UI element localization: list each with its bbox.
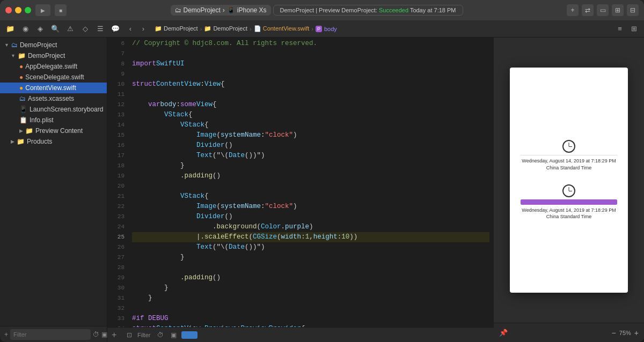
code-line-10: struct ContentView : View { [132, 79, 489, 90]
toolbar-right: ≡ ⊞ [614, 23, 640, 35]
preview-clock-icon-1 [562, 140, 575, 153]
filter-type-button[interactable]: ▣ [101, 330, 107, 339]
status-bar: DemoProject | Preview DemoProject: Succe… [273, 5, 463, 16]
code-line-30: } [132, 283, 489, 293]
assistant-button[interactable]: ⊞ [628, 23, 640, 35]
code-editor[interactable]: 6 7 8 9 10 11 12 13 14 15 16 17 18 19 20… [107, 38, 494, 327]
tree-item-launchscreen[interactable]: 📱 LaunchScreen.storyboard [0, 104, 107, 115]
breadcrumb-symbol-icon: P [316, 26, 322, 32]
breadcrumb-symbol[interactable]: body [324, 26, 337, 32]
filter-bottom-button[interactable]: ⊡ [125, 330, 134, 340]
editor-bottom-bar: + ⊡ Filter ⏱ ▣ [107, 327, 494, 342]
storyboard-icon: 📱 [19, 106, 27, 113]
layout-triple-button[interactable]: ⊟ [627, 4, 639, 16]
pin-button[interactable]: 📌 [499, 329, 508, 337]
add-file-button[interactable]: + [4, 330, 8, 339]
layout-single-button[interactable]: ▭ [597, 4, 609, 16]
code-line-25: |.scaleEffect(CGSize(width: 1, height: 1… [132, 232, 489, 242]
breadcrumb-project[interactable]: 📁 DemoProject [155, 25, 198, 32]
code-line-28 [132, 263, 489, 273]
add-button[interactable]: + [567, 4, 579, 16]
warning-button[interactable]: ⚠ [64, 23, 76, 35]
zoom-out-button[interactable]: − [612, 329, 616, 337]
chevron-icon: › [223, 6, 225, 14]
code-line-12: var body: some View { [132, 100, 489, 110]
layout-split-button[interactable]: ⊞ [612, 4, 624, 16]
stop-button[interactable]: ■ [55, 4, 67, 16]
project-icon: 🗂 [11, 41, 18, 49]
scheme-label: DemoProject [184, 6, 221, 14]
file-label: Assets.xcassets [28, 95, 74, 102]
nav-back-button[interactable]: ‹ [125, 23, 136, 35]
code-line-23: Divider() [132, 212, 489, 222]
preview-stack-1: Wednesday, August 14, 2019 at 7:18:29 PM… [521, 140, 617, 171]
tree-item-demoproject-root[interactable]: ▼ 🗂 DemoProject [0, 40, 107, 50]
preview-text-2: Wednesday, August 14, 2019 at 7:18:29 PM… [521, 207, 617, 220]
code-line-18: } [132, 161, 489, 171]
xcode-window: ▶ ■ 🗂 DemoProject › 📱 iPhone Xs DemoProj… [0, 0, 644, 342]
tree-item-products[interactable]: ▶ 📁 Products [0, 136, 107, 147]
close-button[interactable] [5, 7, 12, 13]
maximize-button[interactable] [25, 7, 31, 13]
breadcrumb-sep2: › [250, 26, 252, 32]
filter-input[interactable] [10, 329, 91, 340]
titlebar-center: 🗂 DemoProject › 📱 iPhone Xs DemoProject … [71, 5, 562, 16]
expand-arrow: ▼ [11, 53, 16, 58]
minimize-button[interactable] [15, 7, 21, 13]
debug-box-icon: ▣ [169, 330, 178, 340]
breakpoint-button[interactable]: ◈ [34, 23, 46, 35]
code-line-14: VStack { [132, 120, 489, 130]
code-editor-area: 6 7 8 9 10 11 12 13 14 15 16 17 18 19 20… [107, 38, 494, 342]
breadcrumb-sep3: › [311, 26, 313, 32]
file-tree: ▼ 🗂 DemoProject ▼ 📁 DemoProject ● AppDel… [0, 38, 107, 326]
zoom-in-button[interactable]: + [634, 329, 639, 337]
nav-arrows: ‹ › [125, 23, 149, 35]
device-label: iPhone Xs [237, 6, 267, 14]
expand-arrow: ▶ [19, 128, 23, 133]
code-line-8: import SwiftUI [132, 59, 489, 69]
tree-item-assets[interactable]: 🗂 Assets.xcassets [0, 93, 107, 104]
tree-item-scenedelegate[interactable]: ● SceneDelegate.swift [0, 72, 107, 83]
tree-item-preview-content[interactable]: ▶ 📁 Preview Content [0, 125, 107, 136]
code-line-16: Divider() [132, 140, 489, 151]
list-button[interactable]: ☰ [94, 23, 106, 35]
add-bottom-button[interactable]: + [112, 330, 121, 340]
plist-icon: 📋 [19, 116, 27, 124]
nav-forward-button[interactable]: › [137, 23, 149, 35]
code-line-6: // Copyright © hdjc8.com. All rights res… [132, 39, 489, 49]
preview-device: Wednesday, August 14, 2019 at 7:18:29 PM… [510, 68, 628, 293]
preview-text-1: Wednesday, August 14, 2019 at 7:18:29 PM… [521, 158, 617, 171]
run-button[interactable]: ▶ [35, 4, 50, 16]
preview-clock-icon-2 [562, 184, 575, 197]
filter-options-button[interactable]: ⏱ [93, 330, 99, 339]
code-line-21: VStack { [132, 191, 489, 202]
preview-divider-1 [521, 155, 617, 155]
shape-button[interactable]: ◇ [79, 23, 91, 35]
sidebar-toggle-button[interactable]: 📁 [4, 23, 16, 35]
search-button[interactable]: 🔍 [49, 23, 61, 35]
related-files-button[interactable]: ≡ [614, 23, 626, 35]
breadcrumb-sep1: › [200, 26, 202, 32]
folder-label: DemoProject [28, 52, 65, 60]
code-line-20 [132, 181, 489, 191]
jump-button[interactable]: ⇄ [582, 4, 594, 16]
scheme-selector[interactable]: 🗂 DemoProject › 📱 iPhone Xs [171, 5, 271, 16]
folder-label: Preview Content [35, 127, 83, 135]
preview-stack-2: Wednesday, August 14, 2019 at 7:18:29 PM… [521, 184, 617, 220]
swift-icon: ● [19, 63, 23, 70]
scheme-icon: 🗂 [175, 6, 181, 14]
tree-item-appdelegate[interactable]: ● AppDelegate.swift [0, 61, 107, 72]
swift-icon: ● [19, 73, 23, 81]
tree-item-infoplist[interactable]: 📋 Info.plist [0, 115, 107, 125]
comment-button[interactable]: 💬 [109, 23, 121, 35]
code-content[interactable]: // Copyright © hdjc8.com. All rights res… [128, 38, 494, 327]
file-label: ContentView.swift [25, 84, 76, 92]
source-control-button[interactable]: ◉ [19, 23, 31, 35]
main-area: ▼ 🗂 DemoProject ▼ 📁 DemoProject ● AppDel… [0, 38, 644, 342]
breadcrumb-file[interactable]: 📄 ContentView.swift [254, 25, 310, 32]
tree-item-contentview[interactable]: ● ContentView.swift [0, 83, 107, 93]
debug-clock-icon: ⏱ [156, 330, 165, 340]
tree-item-demoproject-folder[interactable]: ▼ 📁 DemoProject [0, 50, 107, 61]
breadcrumb-group[interactable]: 📁 DemoProject [204, 25, 247, 32]
status-succeeded: Succeeded [379, 7, 408, 13]
